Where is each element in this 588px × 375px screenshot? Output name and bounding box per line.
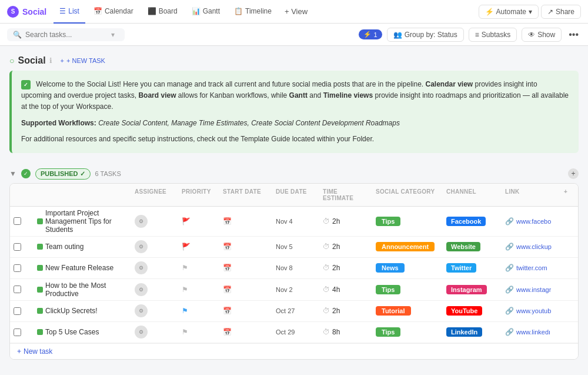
social-badge: News [376, 263, 405, 273]
row-link[interactable]: 🔗www.facebo [502, 215, 560, 228]
row-social-category[interactable]: News [372, 261, 443, 275]
checkbox[interactable] [14, 328, 21, 336]
tab-gantt[interactable]: 📊 Gantt [186, 0, 226, 24]
row-link[interactable]: 🔗www.instagr [502, 283, 560, 296]
th-due-date: DUE DATE [272, 186, 319, 204]
row-assignee[interactable]: ⚙ [131, 281, 178, 298]
social-badge: Tips [376, 285, 400, 294]
calendar-icon: 📅 [93, 7, 102, 15]
row-due-date[interactable]: Nov 2 [272, 284, 319, 296]
row-assignee[interactable]: ⚙ [131, 323, 178, 341]
row-link[interactable]: 🔗twitter.com [502, 261, 560, 274]
tab-list[interactable]: ☰ List [54, 0, 85, 24]
row-due-date[interactable]: Nov 4 [272, 215, 319, 227]
checkbox[interactable] [14, 286, 21, 293]
clock-icon: ⏱ [323, 307, 330, 315]
row-priority[interactable]: 🚩 [178, 240, 219, 253]
row-link[interactable]: 🔗www.youtub [502, 304, 560, 317]
more-options-button[interactable]: ••• [566, 29, 581, 40]
row-options[interactable] [560, 219, 578, 224]
row-checkbox[interactable] [10, 283, 34, 296]
row-channel[interactable]: Instagram [443, 283, 502, 297]
row-social-category[interactable]: Announcement [372, 240, 443, 254]
row-channel[interactable]: LinkedIn [443, 325, 502, 339]
search-input[interactable] [25, 31, 108, 39]
row-options[interactable] [560, 330, 578, 334]
row-task-name[interactable]: How to be the Most Productive [34, 279, 131, 300]
row-due-date[interactable]: Oct 29 [272, 326, 319, 338]
row-channel[interactable]: Website [443, 240, 502, 254]
row-channel[interactable]: Twitter [443, 261, 502, 275]
new-task-row-published[interactable]: + New task [10, 343, 578, 359]
row-start-date[interactable]: 📅 [219, 215, 272, 228]
group-published-header[interactable]: ▼ ✓ PUBLISHED ✓ 6 TASKS + [9, 165, 579, 183]
row-assignee[interactable]: ⚙ [131, 259, 178, 277]
row-priority[interactable]: ⚑ [178, 283, 219, 296]
row-checkbox[interactable] [10, 262, 34, 274]
row-task-name[interactable]: Team outing [34, 240, 131, 253]
tab-board[interactable]: ⬛ Board [142, 0, 183, 24]
row-social-category[interactable]: Tips [372, 214, 443, 228]
checkbox[interactable] [14, 307, 21, 315]
row-time-estimate[interactable]: ⏱2h [319, 304, 372, 317]
th-add-col[interactable]: + [560, 186, 578, 204]
row-channel[interactable]: YouTube [443, 304, 502, 318]
group-by-button[interactable]: 👥 Group by: Status [387, 28, 464, 42]
row-task-name[interactable]: ClickUp Secrets! [34, 304, 131, 317]
row-options[interactable] [560, 287, 578, 292]
row-due-date[interactable]: Oct 27 [272, 305, 319, 317]
row-start-date[interactable]: 📅 [219, 304, 272, 317]
row-priority[interactable]: ⚑ [178, 261, 219, 274]
row-link[interactable]: 🔗www.linkedı [502, 326, 560, 339]
row-task-name[interactable]: Important Project Management Tips for St… [34, 207, 131, 236]
row-assignee[interactable]: ⚙ [131, 238, 178, 255]
filter-badge[interactable]: ⚡ 1 [359, 29, 382, 39]
share-button[interactable]: ↗ Share [541, 5, 581, 19]
add-view-button[interactable]: + View [280, 7, 312, 16]
row-assignee[interactable]: ⚙ [131, 302, 178, 320]
row-time-estimate[interactable]: ⏱4h [319, 283, 372, 296]
row-time-estimate[interactable]: ⏱2h [319, 215, 372, 228]
checkbox[interactable] [14, 264, 21, 272]
row-channel[interactable]: Facebook [443, 214, 502, 228]
row-start-date[interactable]: 📅 [219, 283, 272, 296]
row-priority[interactable]: ⚑ [178, 304, 219, 317]
row-social-category[interactable]: Tips [372, 283, 443, 297]
published-add-button[interactable]: + [568, 168, 579, 179]
row-time-estimate[interactable]: ⏱2h [319, 240, 372, 253]
checkbox[interactable] [14, 243, 21, 251]
row-assignee[interactable]: ⚙ [131, 213, 178, 230]
row-due-date[interactable]: Nov 8 [272, 262, 319, 274]
row-checkbox[interactable] [10, 215, 34, 227]
row-link[interactable]: 🔗www.clickup [502, 240, 560, 253]
row-start-date[interactable]: 📅 [219, 326, 272, 339]
row-options[interactable] [560, 266, 578, 270]
th-assignee: ASSIGNEE [131, 186, 178, 204]
row-options[interactable] [560, 308, 578, 313]
row-priority[interactable]: ⚑ [178, 326, 219, 339]
row-priority[interactable]: 🚩 [178, 215, 219, 228]
row-start-date[interactable]: 📅 [219, 261, 272, 274]
row-time-estimate[interactable]: ⏱2h [319, 261, 372, 274]
row-checkbox[interactable] [10, 241, 34, 253]
row-start-date[interactable]: 📅 [219, 240, 272, 253]
row-due-date[interactable]: Nov 5 [272, 241, 319, 253]
row-time-estimate[interactable]: ⏱8h [319, 326, 372, 339]
search-box[interactable]: 🔍 ▾ [7, 28, 125, 41]
row-checkbox[interactable] [10, 326, 34, 339]
show-button[interactable]: 👁 Show [522, 28, 562, 42]
row-task-name[interactable]: Top 5 Use Cases [34, 326, 131, 339]
tab-calendar[interactable]: 📅 Calendar [88, 0, 139, 24]
row-task-name[interactable]: New Feature Release [34, 261, 131, 274]
tab-timeline[interactable]: 📋 Timeline [228, 0, 278, 24]
subtasks-button[interactable]: ≡ Subtasks [469, 28, 517, 42]
checkbox[interactable] [14, 217, 21, 225]
row-social-category[interactable]: Tips [372, 325, 443, 339]
table-row: How to be the Most Productive ⚙ ⚑ 📅 Nov … [10, 279, 578, 301]
new-task-button[interactable]: + + NEW TASK [57, 56, 109, 65]
automate-button[interactable]: ⚡ Automate ▾ [479, 5, 539, 19]
channel-badge: YouTube [446, 306, 482, 316]
row-social-category[interactable]: Tutorial [372, 304, 443, 318]
row-checkbox[interactable] [10, 305, 34, 317]
row-options[interactable] [560, 244, 578, 249]
